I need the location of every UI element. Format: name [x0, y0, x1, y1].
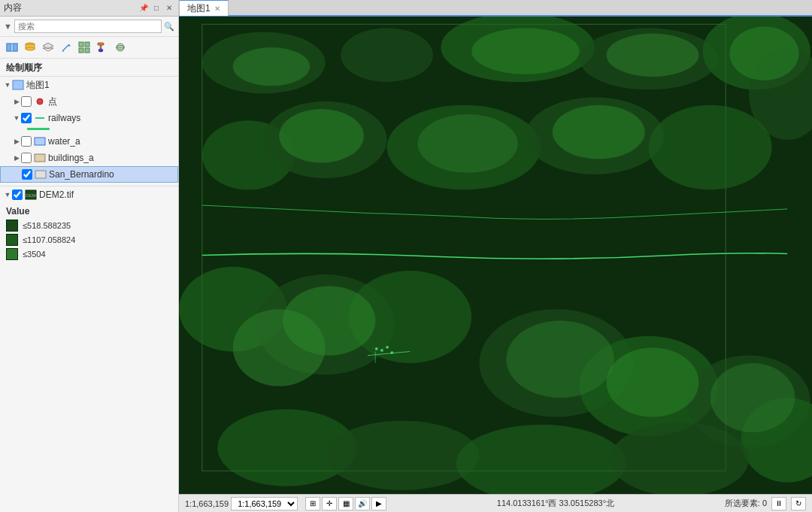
legend-label-1: ≤518.588235 [23, 221, 71, 230]
svg-point-5 [26, 47, 35, 50]
expand-icon-buildings-a[interactable]: ▶ [12, 153, 21, 162]
svg-rect-65 [375, 347, 377, 350]
map1-icon [12, 79, 24, 91]
checkbox-water-a[interactable] [21, 136, 32, 147]
dem-icon: DEM [25, 189, 37, 201]
layer-name-dem: DEM2.tif [39, 189, 74, 200]
layer-name-san-bernardino: San_Bernardino [49, 169, 114, 180]
layer-item-railways[interactable]: ▼ railways [0, 110, 178, 126]
panel-header: 内容 📌 □ ✕ [0, 0, 178, 17]
search-submit-icon[interactable]: 🔍 [164, 22, 174, 32]
expand-icon-map1[interactable]: ▼ [3, 80, 12, 89]
layer-name-water-a: water_a [48, 136, 80, 147]
layer-item-map1[interactable]: ▼ 地图1 [0, 77, 178, 93]
svg-line-8 [62, 44, 69, 51]
nav-forward-btn[interactable]: ▶ [371, 497, 386, 510]
legend-label-2: ≤1107.058824 [23, 235, 75, 244]
layer-name-map1: 地图1 [26, 79, 50, 92]
grid-button[interactable] [76, 39, 92, 56]
scale-selector: 1:1,663,159 1:1,663,159 [185, 497, 298, 510]
svg-rect-21 [13, 80, 23, 89]
scale-value: 1:1,663,159 [185, 499, 229, 508]
pan-btn[interactable]: ✛ [322, 497, 337, 510]
sync-btn[interactable]: ↻ [791, 497, 806, 510]
checkbox-dem[interactable] [12, 189, 23, 200]
add-layer-button[interactable] [40, 39, 56, 56]
checkbox-buildings-a[interactable] [21, 153, 32, 163]
layer-name-railways: railways [48, 113, 80, 123]
svg-point-58 [506, 321, 614, 398]
svg-point-40 [729, 26, 798, 80]
expand-icon-dem[interactable]: ▼ [3, 190, 12, 199]
add-map-button[interactable] [4, 39, 20, 56]
checkbox-san-bernardino[interactable] [22, 169, 32, 180]
scale-dropdown[interactable]: 1:1,663,159 [231, 497, 298, 510]
map-tab-1[interactable]: 地图1 ✕ [179, 0, 229, 16]
expand-icon-railways[interactable]: ▼ [12, 114, 21, 123]
left-panel: 内容 📌 □ ✕ ▼ 🔍 [0, 0, 179, 512]
legend-group: Value ≤518.588235 ≤1107.058824 ≤3504 [0, 203, 178, 265]
layer-item-buildings-a[interactable]: ▶ buildings_a [0, 150, 178, 166]
svg-rect-67 [386, 346, 389, 348]
svg-point-17 [98, 49, 103, 52]
legend-swatch-1 [6, 220, 18, 232]
svg-text:DEM: DEM [26, 193, 35, 198]
railways-symbol [27, 128, 50, 130]
map-tabs: 地图1 ✕ [179, 0, 812, 17]
svg-point-64 [611, 423, 749, 494]
nav-tools: ⊞ ✛ ▦ 🔊 ▶ [305, 497, 386, 510]
panel-title: 内容 [4, 2, 22, 14]
style-button[interactable] [94, 39, 111, 56]
panel-close-btn[interactable]: ✕ [164, 3, 174, 14]
map-canvas[interactable] [179, 17, 812, 494]
expand-icon-point[interactable]: ▶ [12, 97, 21, 106]
svg-rect-24 [35, 138, 45, 145]
layer-name-buildings-a: buildings_a [48, 153, 94, 163]
legend-swatch-2 [6, 234, 18, 246]
expand-icon-water-a[interactable]: ▶ [12, 137, 21, 146]
svg-rect-12 [85, 42, 89, 47]
checkbox-railways[interactable] [21, 113, 32, 123]
tab-name: 地图1 [187, 2, 211, 15]
zoom-rect-btn[interactable]: ▦ [338, 497, 353, 510]
audio-btn[interactable]: 🔊 [355, 497, 370, 510]
panel-pin-btn[interactable]: 📌 [138, 3, 149, 14]
map-area: 地图1 ✕ [179, 0, 812, 512]
legend-item-3: ≤3504 [6, 248, 172, 260]
edit-button[interactable] [58, 39, 74, 56]
search-input[interactable] [14, 20, 162, 33]
svg-point-45 [649, 105, 772, 190]
zoom-full-btn[interactable]: ⊞ [305, 497, 320, 510]
layer-item-dem[interactable]: ▼ DEM DEM2.tif [0, 186, 178, 203]
panel-float-btn[interactable]: □ [151, 3, 162, 14]
layer-item-water-a[interactable]: ▶ water_a [0, 133, 178, 150]
pause-btn[interactable]: ⏸ [771, 497, 786, 510]
point-icon [34, 95, 46, 108]
layer-item-san-bernardino[interactable]: San_Bernardino [0, 166, 178, 183]
legend-swatch-3 [6, 248, 18, 260]
svg-point-47 [418, 114, 518, 173]
add-database-button[interactable] [22, 39, 38, 56]
coord-display: 114.0133161°西 33.0515283°北 [394, 498, 717, 509]
svg-point-32 [341, 28, 433, 82]
svg-rect-26 [35, 171, 46, 178]
svg-point-22 [37, 98, 43, 105]
svg-rect-25 [35, 154, 45, 162]
expand-icon-san-bernardino[interactable] [13, 170, 22, 179]
svg-point-48 [553, 105, 645, 159]
svg-rect-15 [98, 43, 104, 45]
svg-point-39 [606, 34, 698, 77]
filter-icon[interactable]: ▼ [4, 22, 12, 31]
geoprocess-button[interactable] [112, 39, 129, 56]
water-a-icon [34, 135, 46, 147]
svg-point-60 [710, 363, 795, 432]
status-right: 所选要素: 0 ⏸ ↻ [725, 497, 806, 510]
checkbox-point[interactable] [21, 96, 32, 107]
map-visualization [179, 17, 812, 494]
legend-title: Value [6, 206, 172, 217]
svg-point-46 [279, 109, 364, 163]
legend-item-1: ≤518.588235 [6, 220, 172, 232]
tab-close-icon[interactable]: ✕ [214, 5, 220, 13]
layer-item-point[interactable]: ▶ 点 [0, 93, 178, 110]
svg-rect-1 [7, 44, 11, 51]
